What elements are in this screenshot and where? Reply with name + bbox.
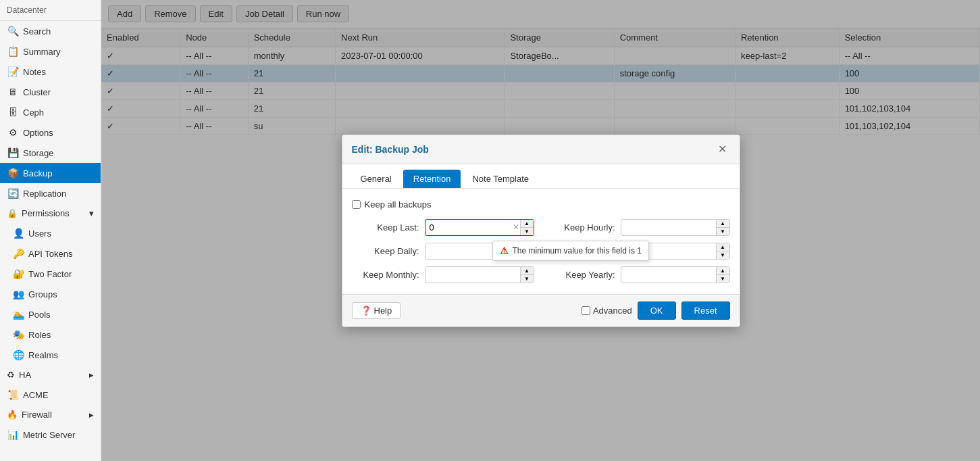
sidebar-item-cluster[interactable]: 🖥 Cluster [0, 82, 101, 102]
keep-yearly-label: Keep Yearly: [548, 270, 615, 280]
dialog-close-button[interactable]: ✕ [715, 142, 730, 157]
sidebar-item-storage-label: Storage [23, 148, 54, 158]
realms-icon: 🌐 [12, 349, 24, 360]
sidebar-item-search[interactable]: 🔍 Search [0, 21, 101, 41]
sidebar-item-notes[interactable]: 📝 Notes [0, 62, 101, 82]
sidebar-item-backup[interactable]: 📦 Backup [0, 163, 101, 183]
keep-monthly-input[interactable] [425, 266, 534, 283]
keep-all-backups-checkbox[interactable] [352, 200, 361, 209]
sidebar-item-ha[interactable]: ♻ HA ▸ [0, 365, 101, 385]
sidebar-item-two-factor[interactable]: 🔐 Two Factor [5, 264, 101, 284]
keep-last-input-wrapper: ✕ ▲ ▼ ⚠ The minimum value for this field… [425, 219, 534, 236]
sidebar-item-summary-label: Summary [23, 47, 61, 57]
keep-yearly-spinner: ▲ ▼ [716, 267, 729, 283]
sidebar-item-ceph[interactable]: 🗄 Ceph [0, 102, 101, 122]
sidebar-item-api-tokens[interactable]: 🔑 API Tokens [5, 243, 101, 264]
keep-monthly-label: Keep Monthly: [352, 270, 419, 280]
cluster-icon: 🖥 [7, 87, 19, 97]
sidebar: Datacenter 🔍 Search 📋 Summary 📝 Notes 🖥 … [0, 0, 101, 461]
keep-last-up-button[interactable]: ▲ [520, 220, 534, 228]
sidebar-item-realms-label: Realms [28, 350, 58, 360]
help-icon: ❓ [361, 306, 371, 316]
sidebar-item-users[interactable]: 👤 Users [5, 223, 101, 243]
sidebar-item-realms[interactable]: 🌐 Realms [5, 345, 101, 365]
ceph-icon: 🗄 [7, 107, 19, 118]
keep-yearly-input[interactable] [621, 266, 730, 283]
sidebar-item-storage[interactable]: 💾 Storage [0, 143, 101, 163]
keep-last-down-button[interactable]: ▼ [520, 228, 534, 235]
sidebar-item-firewall-label: Firewall [22, 410, 52, 420]
keep-hourly-input-wrapper: ▲ ▼ [621, 219, 730, 236]
footer-right: Advanced OK Reset [582, 301, 730, 320]
advanced-label: Advanced [582, 306, 632, 316]
help-button[interactable]: ❓ Help [352, 302, 401, 319]
advanced-checkbox[interactable] [582, 306, 590, 315]
keep-last-clear-button[interactable]: ✕ [513, 223, 519, 231]
keep-hourly-row: Keep Hourly: ▲ ▼ [548, 219, 730, 236]
sidebar-item-pools[interactable]: 🏊 Pools [5, 304, 101, 324]
notes-icon: 📝 [7, 66, 19, 77]
footer-left: ❓ Help [352, 302, 401, 319]
tab-retention[interactable]: Retention [403, 170, 461, 188]
sidebar-item-permissions-label: Permissions [22, 208, 70, 218]
users-icon: 👤 [12, 228, 24, 239]
sidebar-item-acme[interactable]: 📜 ACME [0, 385, 101, 405]
keep-yearly-down-button[interactable]: ▼ [716, 275, 729, 283]
keep-monthly-down-button[interactable]: ▼ [520, 275, 534, 283]
dialog-overlay[interactable]: Edit: Backup Job ✕ General Retention Not… [101, 0, 980, 461]
ha-chevron-icon: ▸ [89, 370, 94, 380]
keep-hourly-down-button[interactable]: ▼ [716, 228, 729, 235]
sidebar-item-replication-label: Replication [23, 189, 66, 199]
keep-monthly-up-button[interactable]: ▲ [520, 267, 534, 275]
reset-button[interactable]: Reset [681, 301, 730, 320]
backup-icon: 📦 [7, 168, 19, 178]
keep-monthly-input-wrapper: ▲ ▼ [425, 266, 534, 283]
dialog-header: Edit: Backup Job ✕ [342, 135, 740, 164]
tab-general[interactable]: General [351, 170, 402, 188]
acme-icon: 📜 [7, 389, 19, 400]
keep-hourly-up-button[interactable]: ▲ [716, 220, 729, 228]
two-factor-icon: 🔐 [12, 268, 24, 279]
keep-monthly-row: Keep Monthly: ▲ ▼ [352, 266, 534, 283]
summary-icon: 📋 [7, 46, 19, 57]
ha-icon: ♻ [7, 370, 15, 380]
sidebar-item-roles[interactable]: 🎭 Roles [5, 324, 101, 345]
firewall-chevron-icon: ▸ [89, 410, 94, 420]
sidebar-item-replication[interactable]: 🔄 Replication [0, 183, 101, 203]
keep-hourly-input[interactable] [621, 219, 730, 236]
sidebar-item-permissions[interactable]: 🔒 Permissions ▾ [0, 203, 101, 223]
keep-yearly-row: Keep Yearly: ▲ ▼ [548, 266, 730, 283]
tab-note-template[interactable]: Note Template [462, 170, 539, 188]
metric-server-icon: 📊 [7, 429, 19, 440]
keep-weekly-up-button[interactable]: ▲ [716, 243, 729, 251]
keep-yearly-input-wrapper: ▲ ▼ [621, 266, 730, 283]
keep-last-row: Keep Last: ✕ ▲ ▼ ⚠ The minimum val [352, 219, 534, 236]
keep-weekly-spinner: ▲ ▼ [716, 243, 729, 259]
main-content: Add Remove Edit Job Detail Run now Enabl… [101, 0, 980, 461]
keep-all-backups-row: Keep all backups [352, 199, 730, 210]
sidebar-item-metric-server[interactable]: 📊 Metric Server [0, 424, 101, 445]
sidebar-item-backup-label: Backup [23, 168, 52, 178]
storage-icon: 💾 [7, 147, 19, 158]
pools-icon: 🏊 [12, 309, 24, 320]
sidebar-item-options[interactable]: ⚙ Options [0, 122, 101, 143]
keep-weekly-down-button[interactable]: ▼ [716, 251, 729, 259]
options-icon: ⚙ [7, 127, 19, 138]
sidebar-item-groups[interactable]: 👥 Groups [5, 284, 101, 304]
keep-hourly-label: Keep Hourly: [548, 222, 615, 233]
ok-button[interactable]: OK [638, 301, 676, 320]
error-message: The minimum value for this field is 1 [513, 246, 642, 256]
sidebar-item-firewall[interactable]: 🔥 Firewall ▸ [0, 405, 101, 424]
edit-backup-job-dialog: Edit: Backup Job ✕ General Retention Not… [342, 135, 740, 327]
dialog-tabs: General Retention Note Template [342, 164, 740, 189]
chevron-icon: ▾ [89, 208, 94, 218]
sidebar-item-api-tokens-label: API Tokens [28, 249, 73, 259]
sidebar-item-ha-label: HA [19, 370, 31, 380]
keep-yearly-up-button[interactable]: ▲ [716, 267, 729, 275]
keep-all-backups-label: Keep all backups [365, 199, 432, 210]
roles-icon: 🎭 [12, 329, 24, 340]
dialog-title: Edit: Backup Job [352, 144, 429, 155]
keep-monthly-spinner: ▲ ▼ [520, 267, 534, 283]
sidebar-item-summary[interactable]: 📋 Summary [0, 41, 101, 62]
keep-daily-label: Keep Daily: [352, 246, 419, 256]
